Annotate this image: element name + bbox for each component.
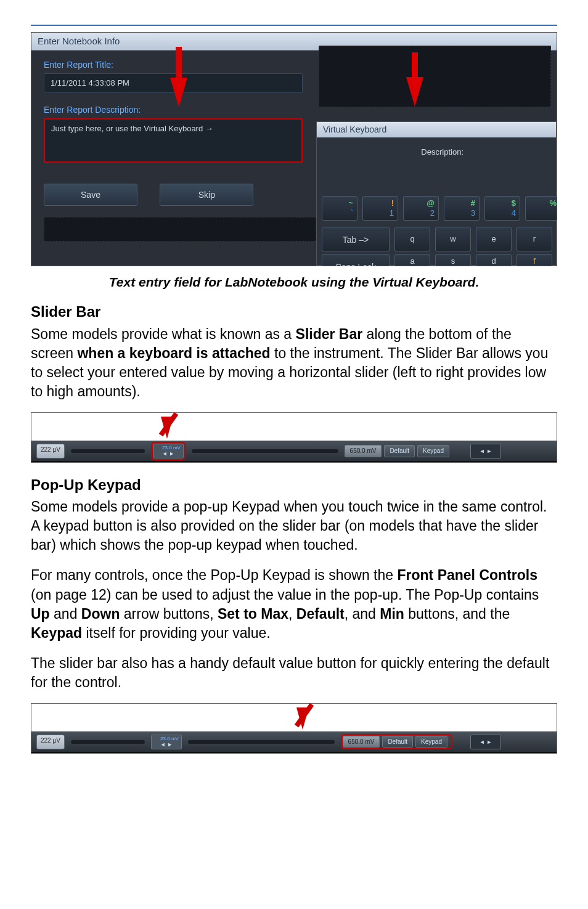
slider-nav-arrows[interactable]: ◄ ► <box>470 735 501 749</box>
figure-caption: Text entry field for LabNotebook using t… <box>31 274 557 291</box>
annotation-highlight: 23.0 mV ◄ ► <box>151 442 186 460</box>
slider-nav-arrows[interactable]: ◄ ► <box>470 444 501 459</box>
value-chip: 222 µV <box>36 735 65 749</box>
slider-mini-readout[interactable]: 23.0 mV ◄ ► <box>153 444 184 459</box>
key-4[interactable]: $4 <box>484 196 520 221</box>
heading-popup-keypad: Pop-Up Keypad <box>31 475 557 495</box>
annotation-highlight: 650.0 mV Default Keypad <box>341 734 452 750</box>
skip-button[interactable]: Skip <box>160 184 253 206</box>
paragraph: For many controls, once the Pop-Up Keypa… <box>31 566 557 642</box>
screenshot-enter-notebook: Enter Notebook Info Enter Report Title: … <box>31 32 557 266</box>
key-s[interactable]: s <box>435 254 471 266</box>
default-button[interactable]: Default <box>384 445 415 457</box>
slider-value-button[interactable]: 650.0 mV <box>345 445 382 457</box>
svg-line-1 <box>296 704 312 726</box>
key-1[interactable]: !1 <box>362 196 398 221</box>
paragraph: The slider bar also has a handy default … <box>31 654 557 692</box>
slider-track[interactable] <box>188 740 335 744</box>
keypad-button[interactable]: Keypad <box>415 736 447 748</box>
key-r[interactable]: r <box>517 227 552 251</box>
save-button[interactable]: Save <box>44 184 137 206</box>
key-tab[interactable]: Tab –> <box>322 227 390 251</box>
value-chip: 222 µV <box>36 444 65 459</box>
key-3[interactable]: #3 <box>444 196 480 221</box>
heading-slider-bar: Slider Bar <box>31 302 557 322</box>
key-a[interactable]: a <box>394 254 430 266</box>
vk-preview-box <box>319 46 551 107</box>
svg-line-0 <box>161 414 176 435</box>
key-f[interactable]: f <box>517 254 552 266</box>
key-d[interactable]: d <box>476 254 512 266</box>
annotation-arrow-icon <box>142 410 186 441</box>
keypad-button[interactable]: Keypad <box>417 445 449 457</box>
key-capslock[interactable]: Caps Lock <box>322 254 390 266</box>
report-desc-field[interactable]: Just type here, or use the Virtual Keybo… <box>44 118 303 163</box>
key-q[interactable]: q <box>394 227 430 251</box>
annotation-arrow-icon <box>176 47 182 78</box>
annotation-arrow-icon <box>406 77 423 107</box>
paragraph: Some models provide a pop-up Keypad when… <box>31 497 557 555</box>
slider-mini-readout[interactable]: 23.0 mV ◄ ► <box>151 735 182 749</box>
slider-bar-figure-1: 222 µV 23.0 mV ◄ ► 650.0 mV Default Keyp… <box>31 412 557 463</box>
slider-track[interactable] <box>71 449 145 453</box>
vk-title: Virtual Keyboard <box>317 122 556 137</box>
virtual-keyboard-panel: Virtual Keyboard Description: ~` !1 @2 #… <box>316 121 557 266</box>
default-button[interactable]: Default <box>382 736 413 748</box>
annotation-swoosh-icon <box>436 32 557 45</box>
paragraph: Some models provide what is known as a S… <box>31 325 557 401</box>
slider-track[interactable] <box>192 449 338 453</box>
annotation-arrow-icon <box>278 701 321 732</box>
key-5[interactable]: % <box>525 196 557 221</box>
slider-bar-figure-2: 222 µV 23.0 mV ◄ ► 650.0 mV Default Keyp… <box>31 703 557 754</box>
annotation-arrow-icon <box>170 78 187 107</box>
slider-value-button[interactable]: 650.0 mV <box>343 736 380 748</box>
key-tilde[interactable]: ~` <box>322 196 357 221</box>
vk-description-label: Description: <box>421 147 463 158</box>
key-e[interactable]: e <box>476 227 512 251</box>
key-w[interactable]: w <box>435 227 471 251</box>
key-2[interactable]: @2 <box>403 196 439 221</box>
annotation-arrow-icon <box>412 52 418 79</box>
slider-track[interactable] <box>71 740 145 744</box>
